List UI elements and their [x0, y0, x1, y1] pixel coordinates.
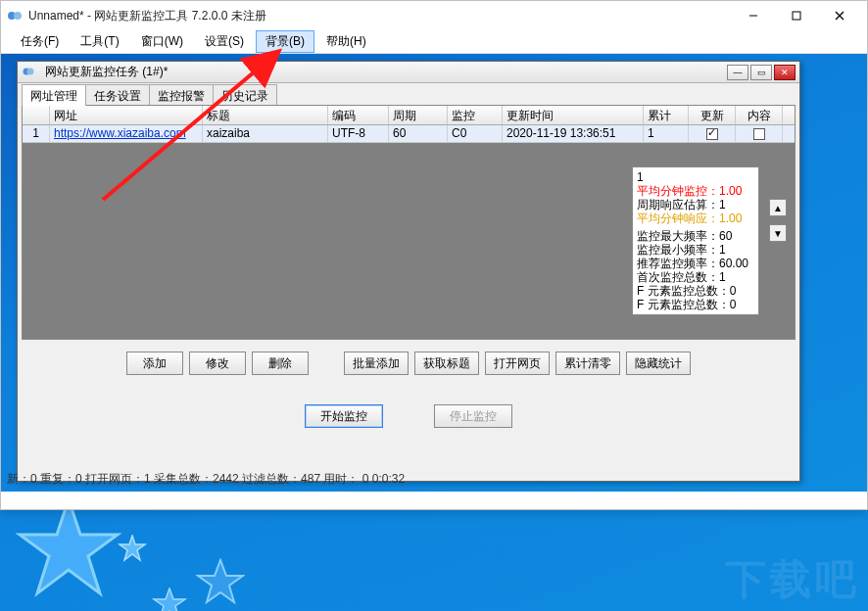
- status-bar-text: 新：0 重复：0 打开网页：1 采集总数：2442 过滤总数：487 用时： 0…: [7, 471, 405, 488]
- stats-line: 推荐监控频率：60.00: [637, 257, 754, 270]
- star-decoration: [196, 558, 245, 605]
- tab-url-manage[interactable]: 网址管理: [22, 84, 86, 106]
- titlebar: Unnamed* - 网站更新监控工具 7.2.0.0 未注册: [1, 1, 867, 30]
- task-child-window: 网站更新监控任务 (1#)* — ▭ ✕ 网址管理 任务设置 监控报警 历史记录…: [17, 61, 800, 482]
- window-title: Unnamed* - 网站更新监控工具 7.2.0.0 未注册: [28, 8, 732, 24]
- grid-header: 网址 标题 编码 周期 监控 更新时间 累计 更新 内容: [23, 106, 795, 125]
- cell-update-check: [689, 125, 736, 142]
- tab-history[interactable]: 历史记录: [213, 84, 277, 106]
- child-window-icon: [22, 65, 37, 80]
- child-window-title: 网站更新监控任务 (1#)*: [43, 64, 727, 80]
- hide-stats-button[interactable]: 隐藏统计: [626, 352, 691, 375]
- stats-line: F 元素监控总数：0: [637, 284, 754, 298]
- col-update[interactable]: 更新: [689, 106, 736, 124]
- close-button[interactable]: [818, 2, 861, 29]
- stats-line: 周期响应估算：1: [637, 198, 754, 212]
- menu-task[interactable]: 任务(F): [11, 30, 69, 53]
- move-up-button[interactable]: ▲: [769, 199, 787, 216]
- child-close-button[interactable]: ✕: [774, 65, 796, 80]
- cell-url: https://www.xiazaiba.com: [50, 125, 203, 142]
- update-checkbox[interactable]: [706, 128, 718, 140]
- menubar: 任务(F) 工具(T) 窗口(W) 设置(S) 背景(B) 帮助(H): [1, 30, 867, 54]
- menu-help[interactable]: 帮助(H): [316, 30, 376, 53]
- tab-monitor-alarm[interactable]: 监控报警: [149, 84, 214, 106]
- menu-window[interactable]: 窗口(W): [131, 30, 193, 53]
- cell-period: 60: [389, 125, 448, 142]
- menu-tool[interactable]: 工具(T): [71, 30, 128, 53]
- app-icon: [7, 8, 23, 24]
- watermark: 下载吧: [725, 552, 860, 607]
- stop-monitor-button[interactable]: 停止监控: [434, 404, 512, 428]
- maximize-button[interactable]: [775, 2, 818, 29]
- col-index[interactable]: [23, 106, 50, 124]
- cell-content-check: [736, 125, 783, 142]
- mdi-area: 网站更新监控任务 (1#)* — ▭ ✕ 网址管理 任务设置 监控报警 历史记录…: [1, 54, 867, 492]
- get-title-button[interactable]: 获取标题: [414, 352, 479, 375]
- cell-index: 1: [23, 125, 50, 142]
- svg-rect-7: [793, 12, 800, 20]
- menu-settings[interactable]: 设置(S): [195, 30, 254, 53]
- svg-point-11: [27, 68, 34, 74]
- move-down-button[interactable]: ▼: [769, 224, 787, 242]
- col-period[interactable]: 周期: [389, 106, 448, 124]
- svg-marker-3: [154, 588, 185, 611]
- content-checkbox[interactable]: [753, 128, 765, 140]
- main-window: Unnamed* - 网站更新监控工具 7.2.0.0 未注册 任务(F) 工具…: [0, 0, 868, 510]
- url-grid: 网址 标题 编码 周期 监控 更新时间 累计 更新 内容 1 https://w…: [22, 105, 796, 340]
- stats-line: 平均分钟监控：1.00: [637, 184, 754, 198]
- child-minimize-button[interactable]: —: [727, 65, 748, 80]
- col-title[interactable]: 标题: [203, 106, 328, 124]
- svg-marker-2: [198, 560, 243, 602]
- star-decoration: [118, 535, 147, 562]
- col-total[interactable]: 累计: [644, 106, 689, 124]
- start-monitor-button[interactable]: 开始监控: [305, 404, 383, 428]
- cell-total: 1: [644, 125, 689, 142]
- col-encoding[interactable]: 编码: [328, 106, 389, 124]
- col-updated[interactable]: 更新时间: [503, 106, 644, 124]
- table-row[interactable]: 1 https://www.xiazaiba.com xaizaiba UTF-…: [23, 125, 795, 143]
- stats-line: 首次监控总数：1: [637, 270, 754, 284]
- stats-line: 监控最大频率：60: [637, 229, 754, 243]
- stats-line: F 元素监控总数：0: [637, 298, 754, 311]
- svg-marker-0: [20, 499, 118, 593]
- col-url[interactable]: 网址: [50, 106, 203, 124]
- stats-line: 1: [637, 170, 754, 184]
- batch-add-button[interactable]: 批量添加: [344, 352, 409, 375]
- tab-strip: 网址管理 任务设置 监控报警 历史记录: [18, 83, 799, 105]
- minimize-button[interactable]: [732, 2, 775, 29]
- add-button[interactable]: 添加: [126, 352, 183, 375]
- stats-line: 平均分钟响应：1.00: [637, 212, 754, 225]
- col-content[interactable]: 内容: [736, 106, 783, 124]
- stats-panel: 1 平均分钟监控：1.00 周期响应估算：1 平均分钟响应：1.00 监控最大频…: [632, 166, 759, 315]
- star-decoration: [152, 588, 187, 611]
- cell-monitor: C0: [448, 125, 503, 142]
- tab-task-settings[interactable]: 任务设置: [85, 84, 150, 106]
- child-maximize-button[interactable]: ▭: [750, 65, 772, 80]
- delete-button[interactable]: 删除: [252, 352, 309, 375]
- cell-title: xaizaiba: [203, 125, 328, 142]
- url-link[interactable]: https://www.xiazaiba.com: [54, 126, 186, 140]
- svg-marker-1: [120, 536, 145, 560]
- clear-total-button[interactable]: 累计清零: [555, 352, 620, 375]
- edit-button[interactable]: 修改: [189, 352, 246, 375]
- menu-background[interactable]: 背景(B): [256, 30, 314, 53]
- cell-updated: 2020-11-19 13:36:51: [503, 125, 644, 142]
- cell-encoding: UTF-8: [328, 125, 389, 142]
- col-monitor[interactable]: 监控: [448, 106, 503, 124]
- child-titlebar: 网站更新监控任务 (1#)* — ▭ ✕: [18, 62, 799, 83]
- svg-point-5: [14, 12, 22, 20]
- open-page-button[interactable]: 打开网页: [485, 352, 550, 375]
- stats-line: 监控最小频率：1: [637, 243, 754, 257]
